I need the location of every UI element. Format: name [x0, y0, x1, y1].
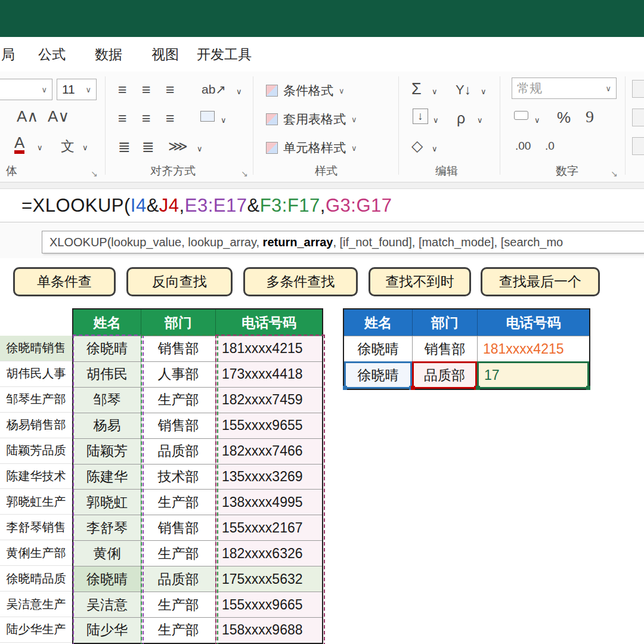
chevron-down-icon[interactable]: ∨: [82, 143, 88, 152]
dialog-launcher-font[interactable]: ↘: [91, 169, 98, 178]
cell-name[interactable]: 郭晓虹: [73, 489, 141, 515]
cell-phone[interactable]: 182xxxx6326: [215, 540, 322, 566]
cell-dept[interactable]: 销售部: [412, 336, 477, 361]
percent-style-icon[interactable]: %: [557, 109, 571, 127]
helper-cell[interactable]: 郭晓虹生产: [0, 489, 72, 515]
cell-phone[interactable]: 155xxxx2167: [215, 515, 322, 540]
button-reverse-lookup[interactable]: 反向查找: [126, 267, 233, 296]
cell-phone[interactable]: 182xxxx7466: [215, 438, 322, 464]
tab-view[interactable]: 视图: [151, 37, 179, 72]
cell-dept[interactable]: 生产部: [141, 387, 215, 413]
button-single-condition-lookup[interactable]: 单条件查: [13, 267, 116, 296]
wrap-text-icon[interactable]: ⋙: [168, 138, 188, 154]
cell-phone[interactable]: 175xxxx5632: [215, 566, 322, 592]
helper-cell[interactable]: 李舒琴销售: [0, 515, 72, 540]
clear-icon[interactable]: ◇: [411, 137, 423, 154]
helper-cell[interactable]: 吴洁意生产: [0, 592, 72, 617]
cell-name[interactable]: 陆少华: [73, 617, 141, 643]
cell-phone[interactable]: 181xxxx4215: [215, 336, 322, 361]
tab-developer[interactable]: 开发工具: [197, 37, 252, 72]
align-middle-icon[interactable]: ≡: [142, 81, 151, 98]
chevron-down-icon[interactable]: ∨: [432, 87, 438, 96]
cell-phone-result[interactable]: 181xxxx4215: [477, 336, 589, 361]
chevron-down-icon[interactable]: ∨: [432, 144, 438, 153]
clipped-ribbon-icon[interactable]: [632, 80, 644, 98]
align-top-icon[interactable]: ≡: [118, 81, 127, 98]
tab-data[interactable]: 数据: [95, 37, 122, 72]
comma-style-icon[interactable]: 9: [586, 107, 594, 126]
cell-dept[interactable]: 人事部: [141, 361, 215, 387]
helper-cell[interactable]: 黄俐生产部: [0, 540, 72, 566]
chevron-down-icon[interactable]: ∨: [236, 87, 242, 96]
find-select-icon[interactable]: ρ: [457, 110, 465, 127]
number-format-combo[interactable]: 常规 ∨: [512, 78, 617, 99]
cell-phone[interactable]: 182xxxx7459: [215, 387, 322, 413]
clipped-ribbon-icon[interactable]: [632, 137, 644, 155]
cell-name[interactable]: 吴洁意: [73, 592, 141, 617]
accounting-format-icon[interactable]: [514, 111, 528, 122]
cell-name[interactable]: 李舒琴: [73, 515, 141, 540]
align-left-icon[interactable]: ≡: [118, 110, 127, 127]
chevron-down-icon[interactable]: ∨: [433, 116, 439, 125]
font-color-icon[interactable]: A: [14, 135, 24, 154]
cell-dept[interactable]: 技术部: [141, 464, 215, 490]
chevron-down-icon[interactable]: ∨: [534, 116, 540, 125]
chevron-down-icon[interactable]: ∨: [481, 87, 487, 96]
button-if-not-found[interactable]: 查找不到时: [369, 267, 471, 296]
cell-name[interactable]: 徐晓晴: [73, 336, 141, 361]
button-find-last[interactable]: 查找最后一个: [481, 267, 600, 296]
clipped-ribbon-icon[interactable]: [632, 109, 644, 126]
conditional-formatting-button[interactable]: 条件格式 ∨: [266, 80, 345, 101]
cell-dept[interactable]: 生产部: [141, 617, 215, 643]
cell-name[interactable]: 陆颖芳: [73, 438, 141, 464]
dialog-launcher-number[interactable]: ↘: [611, 169, 618, 178]
align-right-icon[interactable]: ≡: [166, 110, 175, 127]
chevron-down-icon[interactable]: ∨: [221, 116, 227, 125]
tab-formulas[interactable]: 公式: [38, 37, 66, 72]
cell-phone[interactable]: 158xxxx9688: [215, 617, 322, 643]
cell-dept[interactable]: 销售部: [141, 515, 215, 540]
cell-phone[interactable]: 135xxxx3269: [215, 464, 322, 490]
cell-name[interactable]: 黄俐: [73, 540, 141, 566]
font-size-combo[interactable]: 11 ∨: [57, 79, 97, 100]
increase-decimal-icon[interactable]: .00: [515, 140, 531, 153]
cell-phone[interactable]: 155xxxx9665: [215, 592, 322, 617]
orientation-icon[interactable]: ab↗: [202, 82, 226, 97]
merge-center-icon[interactable]: [200, 111, 215, 122]
font-name-combo[interactable]: ∨: [0, 79, 52, 100]
sort-filter-icon[interactable]: Y↓: [456, 82, 471, 98]
cell-dept[interactable]: 品质部: [141, 438, 215, 464]
format-as-table-button[interactable]: 套用表格式 ∨: [266, 109, 357, 130]
increase-indent-icon[interactable]: ≣: [142, 138, 154, 156]
cell-name-ref-i4[interactable]: 徐晓晴: [344, 361, 412, 389]
cell-dept[interactable]: 生产部: [141, 540, 215, 566]
cell-name[interactable]: 胡伟民: [73, 361, 141, 387]
cell-dept[interactable]: 生产部: [141, 489, 215, 515]
decrease-decimal-icon[interactable]: .0: [545, 140, 555, 153]
cell-name[interactable]: 徐晓晴: [73, 566, 141, 592]
formula-bar[interactable]: =XLOOKUP(I4&J4,E3:E17&F3:F17,G3:G17: [0, 188, 644, 222]
dialog-launcher-alignment[interactable]: ↘: [241, 169, 248, 178]
helper-cell[interactable]: 杨易销售部: [0, 413, 72, 438]
cell-name[interactable]: 邹琴: [73, 387, 141, 413]
cell-dept-ref-j4[interactable]: 品质部: [412, 361, 477, 389]
cell-name[interactable]: 杨易: [73, 413, 141, 438]
cell-phone[interactable]: 173xxxx4418: [215, 361, 322, 387]
decrease-font-icon[interactable]: A∨: [48, 107, 69, 126]
button-multi-condition-lookup[interactable]: 多条件查找: [243, 267, 358, 296]
cell-dept[interactable]: 销售部: [141, 336, 215, 361]
fill-down-icon[interactable]: ↓: [413, 109, 428, 124]
helper-cell[interactable]: 陆少华生产: [0, 617, 72, 643]
chevron-down-icon[interactable]: ∨: [477, 116, 483, 125]
cell-dept[interactable]: 销售部: [141, 413, 215, 438]
helper-cell[interactable]: 邹琴生产部: [0, 387, 72, 413]
helper-cell[interactable]: 陆颖芳品质: [0, 438, 72, 464]
chevron-down-icon[interactable]: ∨: [197, 144, 203, 153]
cell-dept[interactable]: 生产部: [141, 592, 215, 617]
cell-styles-button[interactable]: 单元格样式 ∨: [266, 137, 357, 159]
helper-cell[interactable]: 徐晓晴销售: [0, 336, 72, 361]
chevron-down-icon[interactable]: ∨: [37, 143, 43, 152]
cell-name[interactable]: 徐晓晴: [344, 336, 412, 361]
cell-name[interactable]: 陈建华: [73, 464, 141, 490]
increase-font-icon[interactable]: A∧: [17, 107, 38, 126]
